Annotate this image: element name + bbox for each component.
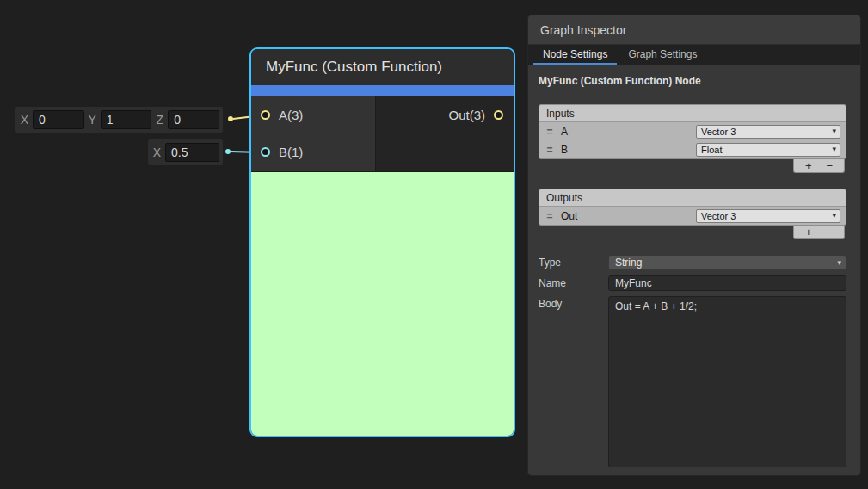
input-port-a[interactable]: A(3)	[251, 96, 375, 133]
add-input-button[interactable]: +	[805, 160, 812, 171]
body-textarea[interactable]: Out = A + B + 1/2;	[608, 296, 846, 467]
inspector-title: Graph Inspector	[540, 23, 626, 37]
body-row: Body Out = A + B + 1/2;	[539, 296, 846, 467]
type-dropdown[interactable]: String ▾	[608, 255, 846, 270]
inspector-tab-bar: Node Settings Graph Settings	[528, 45, 860, 65]
inputs-list-title: Inputs	[539, 105, 846, 122]
port-out-label: Out(3)	[448, 108, 485, 122]
dropdown-value: Vector 3	[701, 127, 736, 137]
edge-dot-float	[225, 149, 231, 154]
vector3-y-label[interactable]: Y	[87, 113, 98, 127]
tab-graph-settings[interactable]: Graph Settings	[619, 45, 706, 65]
node-title-bar[interactable]: MyFunc (Custom Function)	[251, 49, 514, 85]
drag-handle-icon[interactable]: =	[545, 144, 555, 156]
remove-input-button[interactable]: −	[827, 160, 834, 171]
list-item: = B Float ▾	[539, 140, 846, 158]
remove-output-button[interactable]: −	[827, 226, 834, 238]
node-title: MyFunc (Custom Function)	[266, 59, 442, 76]
input-a-type-dropdown[interactable]: Vector 3 ▾	[696, 125, 840, 139]
vector3-y-field[interactable]: 1	[101, 110, 152, 129]
output-row-name: Out	[561, 210, 690, 222]
chevron-down-icon: ▾	[832, 127, 836, 135]
type-label: Type	[539, 257, 608, 269]
chevron-down-icon: ▾	[832, 212, 836, 220]
dropdown-value: Float	[701, 145, 722, 155]
node-settings-heading: MyFunc (Custom Function) Node	[539, 75, 846, 87]
function-properties: Type String ▾ Name MyFunc Body Out = A +…	[539, 255, 846, 467]
outputs-list-title: Outputs	[539, 189, 846, 207]
vector3-x-label[interactable]: X	[19, 113, 30, 127]
port-b-default-float-editor: X 0.5	[148, 139, 223, 165]
port-connector-icon[interactable]	[261, 147, 270, 157]
drag-handle-icon[interactable]: =	[545, 210, 555, 222]
custom-function-node[interactable]: MyFunc (Custom Function) A(3) B(1) Out(3…	[249, 47, 515, 437]
outputs-list-footer: + −	[793, 226, 845, 239]
list-item: = A Vector 3 ▾	[539, 122, 846, 140]
vector3-z-label[interactable]: Z	[154, 113, 165, 127]
port-connector-icon[interactable]	[261, 110, 270, 120]
port-a-label: A(3)	[279, 108, 303, 122]
input-row-name: B	[561, 144, 690, 156]
chevron-down-icon: ▾	[837, 259, 841, 267]
add-output-button[interactable]: +	[805, 226, 812, 238]
output-port-out[interactable]: Out(3)	[376, 96, 514, 133]
vector3-x-field[interactable]: 0	[33, 110, 84, 129]
port-a-default-vector3-editor: X 0 Y 1 Z 0	[15, 107, 223, 133]
edge-dot-vector3	[228, 116, 233, 121]
inputs-list-footer: + −	[793, 159, 845, 173]
type-row: Type String ▾	[539, 255, 846, 270]
body-label: Body	[539, 298, 608, 310]
port-connector-icon[interactable]	[494, 110, 503, 120]
node-accent-bar	[251, 85, 514, 96]
output-out-type-dropdown[interactable]: Vector 3 ▾	[696, 209, 840, 223]
name-row: Name MyFunc	[539, 275, 846, 291]
float-x-label[interactable]: X	[151, 145, 163, 159]
port-b-label: B(1)	[279, 145, 303, 159]
node-ports-section: A(3) B(1) Out(3)	[251, 96, 514, 172]
dropdown-value: String	[615, 257, 642, 269]
output-ports-panel: Out(3)	[376, 96, 514, 171]
list-item: = Out Vector 3 ▾	[539, 207, 846, 225]
chevron-down-icon: ▾	[832, 145, 836, 153]
input-row-name: A	[561, 126, 690, 138]
graph-canvas[interactable]: X 0 Y 1 Z 0 X 0.5 MyFunc (Custom Functio…	[0, 0, 868, 489]
node-preview	[251, 172, 514, 436]
float-x-field[interactable]: 0.5	[165, 143, 219, 162]
graph-inspector-panel: Graph Inspector Node Settings Graph Sett…	[527, 15, 861, 476]
input-b-type-dropdown[interactable]: Float ▾	[696, 143, 840, 157]
outputs-list: Outputs = Out Vector 3 ▾ + −	[539, 189, 846, 239]
name-field[interactable]: MyFunc	[608, 275, 846, 291]
input-port-b[interactable]: B(1)	[251, 133, 375, 170]
inputs-list-box: Inputs = A Vector 3 ▾ = B Float	[539, 104, 846, 159]
name-label: Name	[539, 277, 608, 289]
input-ports-panel: A(3) B(1)	[251, 96, 376, 171]
inspector-header: Graph Inspector	[528, 15, 860, 45]
tab-node-settings[interactable]: Node Settings	[533, 45, 617, 65]
inputs-list: Inputs = A Vector 3 ▾ = B Float	[539, 104, 846, 173]
vector3-z-field[interactable]: 0	[168, 110, 219, 129]
drag-handle-icon[interactable]: =	[545, 126, 555, 138]
inspector-content: MyFunc (Custom Function) Node Inputs = A…	[528, 65, 860, 467]
outputs-list-box: Outputs = Out Vector 3 ▾	[539, 189, 846, 226]
dropdown-value: Vector 3	[701, 211, 736, 221]
